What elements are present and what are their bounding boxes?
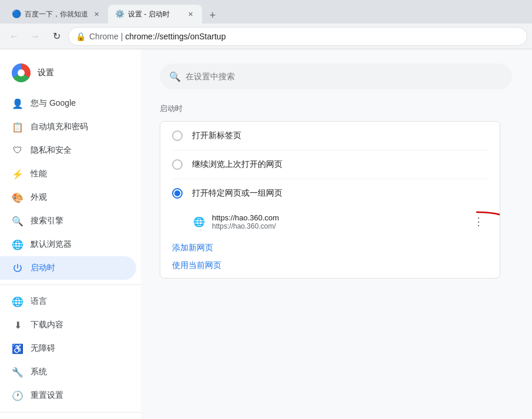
url-entry: 🌐 https://hao.360.com https://hao.360.co… bbox=[160, 207, 500, 236]
search-bar[interactable]: 🔍 bbox=[160, 63, 512, 89]
sidebar-title: 设置 bbox=[38, 68, 54, 78]
option-new-tab[interactable]: 打开新标签页 bbox=[160, 122, 500, 150]
search-icon: 🔍 bbox=[169, 71, 181, 82]
sidebar-label-startup: 启动时 bbox=[31, 263, 55, 273]
sidebar-item-google[interactable]: 👤 您与 Google bbox=[0, 92, 136, 115]
tab-title-baidu: 百度一下，你就知道 bbox=[25, 9, 88, 19]
tab-baidu[interactable]: 🔵 百度一下，你就知道 ✕ bbox=[5, 5, 108, 24]
option-continue[interactable]: 继续浏览上次打开的网页 bbox=[160, 150, 500, 179]
chrome-logo-icon bbox=[12, 63, 31, 82]
sidebar-label-accessibility: 无障碍 bbox=[31, 343, 55, 354]
sidebar-label-autofill: 自动填充和密码 bbox=[31, 122, 88, 132]
google-icon: 👤 bbox=[12, 98, 23, 109]
tab-favicon-settings: ⚙️ bbox=[115, 9, 124, 19]
startup-options-card: 打开新标签页 继续浏览上次打开的网页 打开特定网页或一组网页 bbox=[160, 121, 500, 279]
radio-continue[interactable] bbox=[172, 159, 183, 170]
address-url: chrome://settings/onStartup bbox=[125, 32, 225, 41]
main-content: 🔍 启动时 打开新标签页 继续浏览上次打开的网页 bbox=[141, 49, 532, 419]
toolbar: ← → ↻ 🔒 Chrome | chrome://settings/onSta… bbox=[0, 24, 532, 49]
sidebar-label-system: 系统 bbox=[31, 367, 47, 377]
url-info: https://hao.360.com https://hao.360.com/ bbox=[212, 213, 462, 230]
tab-close-settings[interactable]: ✕ bbox=[186, 9, 195, 19]
back-button[interactable]: ← bbox=[5, 27, 23, 46]
url-main-text: https://hao.360.com bbox=[212, 213, 462, 222]
accessibility-icon: ♿ bbox=[12, 343, 23, 354]
language-icon: 🌐 bbox=[12, 296, 23, 307]
forward-icon: → bbox=[31, 31, 40, 42]
privacy-icon: 🛡 bbox=[12, 145, 23, 156]
sidebar-label-reset: 重置设置 bbox=[31, 390, 63, 401]
sidebar-divider-2 bbox=[0, 412, 141, 413]
sidebar-logo: 设置 bbox=[0, 59, 141, 92]
tab-settings[interactable]: ⚙️ 设置 - 启动时 ✕ bbox=[108, 5, 202, 24]
sidebar-item-autofill[interactable]: 📋 自动填充和密码 bbox=[0, 115, 136, 139]
new-tab-button[interactable]: + bbox=[204, 7, 221, 24]
card-links: 添加新网页 使用当前网页 bbox=[160, 236, 500, 278]
back-icon: ← bbox=[9, 31, 19, 42]
radio-specific[interactable] bbox=[172, 188, 183, 199]
add-page-link[interactable]: 添加新网页 bbox=[172, 240, 488, 256]
tab-close-baidu[interactable]: ✕ bbox=[92, 9, 101, 19]
lock-icon: 🔒 bbox=[76, 32, 86, 41]
address-separator: | bbox=[119, 32, 125, 41]
page-content: 设置 👤 您与 Google 📋 自动填充和密码 🛡 隐私和安全 ⚡ 性能 🎨 … bbox=[0, 49, 532, 419]
red-arrow-annotation bbox=[470, 207, 500, 231]
sidebar-label-privacy: 隐私和安全 bbox=[31, 145, 72, 156]
appearance-icon: 🎨 bbox=[12, 192, 23, 203]
sidebar-item-download[interactable]: ⬇ 下载内容 bbox=[0, 313, 136, 337]
sidebar-label-default-browser: 默认浏览器 bbox=[31, 239, 72, 250]
sidebar-item-search[interactable]: 🔍 搜索引擎 bbox=[0, 209, 136, 233]
url-entry-container: 🌐 https://hao.360.com https://hao.360.co… bbox=[160, 207, 500, 236]
tab-favicon-baidu: 🔵 bbox=[12, 9, 21, 19]
refresh-icon: ↻ bbox=[53, 31, 60, 42]
forward-button[interactable]: → bbox=[26, 27, 45, 46]
use-current-link[interactable]: 使用当前网页 bbox=[172, 258, 488, 273]
url-sub-text: https://hao.360.com/ bbox=[212, 222, 462, 230]
download-icon: ⬇ bbox=[12, 319, 23, 331]
radio-new-tab[interactable] bbox=[172, 130, 183, 141]
option-specific-label: 打开特定网页或一组网页 bbox=[192, 188, 282, 199]
option-continue-label: 继续浏览上次打开的网页 bbox=[192, 159, 282, 170]
section-title: 启动时 bbox=[160, 103, 513, 114]
reset-icon: 🕐 bbox=[12, 390, 23, 401]
search-input[interactable] bbox=[186, 72, 503, 81]
address-text: Chrome | chrome://settings/onStartup bbox=[89, 32, 520, 41]
sidebar-label-appearance: 外观 bbox=[31, 192, 47, 203]
sidebar-item-performance[interactable]: ⚡ 性能 bbox=[0, 162, 136, 186]
startup-icon bbox=[12, 262, 23, 274]
sidebar-label-performance: 性能 bbox=[31, 169, 47, 179]
search-engine-icon: 🔍 bbox=[12, 215, 23, 227]
address-bar[interactable]: 🔒 Chrome | chrome://settings/onStartup bbox=[68, 27, 527, 46]
search-container: 🔍 bbox=[160, 63, 513, 89]
system-icon: 🔧 bbox=[12, 366, 23, 378]
sidebar-label-language: 语言 bbox=[31, 296, 47, 307]
default-browser-icon: 🌐 bbox=[12, 239, 23, 250]
refresh-button[interactable]: ↻ bbox=[47, 27, 66, 46]
sidebar-item-accessibility[interactable]: ♿ 无障碍 bbox=[0, 337, 136, 360]
sidebar-label-download: 下载内容 bbox=[31, 320, 63, 330]
tab-bar: 🔵 百度一下，你就知道 ✕ ⚙️ 设置 - 启动时 ✕ + bbox=[0, 0, 532, 24]
sidebar-item-privacy[interactable]: 🛡 隐私和安全 bbox=[0, 139, 136, 162]
sidebar-item-default-browser[interactable]: 🌐 默认浏览器 bbox=[0, 233, 136, 256]
sidebar-item-reset[interactable]: 🕐 重置设置 bbox=[0, 384, 136, 407]
sidebar-label-search: 搜索引擎 bbox=[31, 216, 63, 226]
sidebar-divider-1 bbox=[0, 284, 141, 285]
address-brand: Chrome bbox=[89, 32, 119, 41]
option-new-tab-label: 打开新标签页 bbox=[192, 130, 241, 141]
sidebar-label-google: 您与 Google bbox=[31, 98, 76, 109]
globe-icon: 🌐 bbox=[193, 216, 205, 227]
sidebar-item-appearance[interactable]: 🎨 外观 bbox=[0, 186, 136, 209]
tab-title-settings: 设置 - 启动时 bbox=[128, 9, 182, 19]
performance-icon: ⚡ bbox=[12, 168, 23, 180]
sidebar-item-startup[interactable]: 启动时 bbox=[0, 256, 136, 280]
autofill-icon: 📋 bbox=[12, 121, 23, 133]
sidebar-item-language[interactable]: 🌐 语言 bbox=[0, 290, 136, 313]
option-specific[interactable]: 打开特定网页或一组网页 bbox=[160, 179, 500, 207]
sidebar: 设置 👤 您与 Google 📋 自动填充和密码 🛡 隐私和安全 ⚡ 性能 🎨 … bbox=[0, 49, 141, 419]
sidebar-item-system[interactable]: 🔧 系统 bbox=[0, 360, 136, 384]
